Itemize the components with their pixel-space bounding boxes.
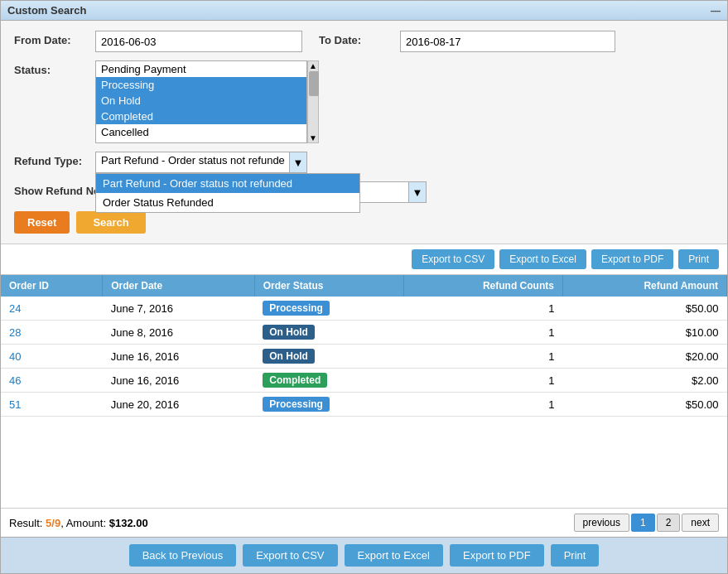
order-link: 46 xyxy=(9,374,21,387)
to-date-input[interactable] xyxy=(400,31,615,52)
status-option-cancelled[interactable]: Cancelled xyxy=(96,124,306,140)
status-badge: On Hold xyxy=(263,325,315,340)
status-badge: Processing xyxy=(263,397,330,412)
cell-refund-amount: $50.00 xyxy=(562,393,726,417)
cell-order-id[interactable]: 46 xyxy=(1,369,103,393)
next-button[interactable]: next xyxy=(682,514,719,532)
refund-type-group: Refund Type: Part Refund - Order status … xyxy=(14,152,307,173)
cell-order-date: June 20, 2016 xyxy=(103,393,254,417)
amount-value: $132.00 xyxy=(109,517,148,529)
reset-button[interactable]: Reset xyxy=(14,211,70,234)
order-link: 51 xyxy=(9,398,21,411)
cell-refund-amount: $10.00 xyxy=(562,321,726,345)
refund-type-label: Refund Type: xyxy=(14,152,89,167)
cell-order-date: June 7, 2016 xyxy=(103,297,254,321)
bottom-export-excel-button[interactable]: Export to Excel xyxy=(345,544,443,567)
cell-refund-amount: $20.00 xyxy=(562,345,726,369)
refund-option-part[interactable]: Part Refund - Order status not refunded xyxy=(96,174,359,193)
date-row: From Date: To Date: xyxy=(14,31,714,52)
cell-order-id[interactable]: 40 xyxy=(1,345,103,369)
status-option-pending[interactable]: Pending Payment xyxy=(96,61,306,77)
from-date-group: From Date: xyxy=(14,31,302,52)
table-row: 40 June 16, 2016 On Hold 1 $20.00 xyxy=(1,345,727,369)
cell-order-status: Processing xyxy=(254,297,403,321)
status-option-processing[interactable]: Processing xyxy=(96,77,306,93)
result-info: Result: 5/9, Amount: $132.00 xyxy=(9,517,148,529)
previous-button[interactable]: previous xyxy=(574,514,629,532)
bottom-export-pdf-button[interactable]: Export to PDF xyxy=(450,544,544,567)
status-badge: On Hold xyxy=(263,349,315,364)
refund-type-arrow[interactable]: ▼ xyxy=(289,152,307,173)
table-body: 24 June 7, 2016 Processing 1 $50.00 28 J… xyxy=(1,297,727,417)
search-button[interactable]: Search xyxy=(76,211,145,234)
order-link: 40 xyxy=(9,350,21,363)
form-section: From Date: To Date: Status: Pending Paym… xyxy=(1,21,727,244)
cell-order-id[interactable]: 24 xyxy=(1,297,103,321)
table-header-row: Order ID Order Date Order Status Refund … xyxy=(1,275,727,297)
table-row: 51 June 20, 2016 Processing 1 $50.00 xyxy=(1,393,727,417)
result-value: 5/9 xyxy=(46,517,60,529)
cell-refund-amount: $2.00 xyxy=(562,369,726,393)
cell-refund-counts: 1 xyxy=(404,297,563,321)
from-date-label: From Date: xyxy=(14,31,89,46)
refund-type-container: Part Refund - Order status not refunde ▼… xyxy=(95,152,307,173)
pagination: previous 1 2 next xyxy=(574,514,719,532)
refund-option-status[interactable]: Order Status Refunded xyxy=(96,193,359,212)
status-badge: Processing xyxy=(263,301,330,316)
status-badge: Completed xyxy=(263,373,327,388)
cell-refund-counts: 1 xyxy=(404,345,563,369)
col-refund-counts: Refund Counts xyxy=(404,275,563,297)
footer-bar: Result: 5/9, Amount: $132.00 previous 1 … xyxy=(1,508,727,537)
export-toolbar: Export to CSV Export to Excel Export to … xyxy=(1,244,727,275)
export-pdf-button[interactable]: Export to PDF xyxy=(591,249,673,269)
page-1-button[interactable]: 1 xyxy=(631,514,655,532)
amount-label: , Amount: xyxy=(60,517,109,529)
result-label: Result: xyxy=(9,517,46,529)
cell-order-date: June 16, 2016 xyxy=(103,369,254,393)
status-option-onhold[interactable]: On Hold xyxy=(96,93,306,109)
col-order-id: Order ID xyxy=(1,275,103,297)
cell-refund-counts: 1 xyxy=(404,393,563,417)
export-excel-button[interactable]: Export to Excel xyxy=(499,249,586,269)
cell-order-id[interactable]: 28 xyxy=(1,321,103,345)
col-order-status: Order Status xyxy=(254,275,403,297)
cell-order-status: Completed xyxy=(254,369,403,393)
to-date-label: To Date: xyxy=(319,31,393,46)
order-link: 24 xyxy=(9,302,21,315)
refund-row: Refund Type: Part Refund - Order status … xyxy=(14,152,714,173)
back-to-previous-button[interactable]: Back to Previous xyxy=(129,544,237,567)
cell-order-status: Processing xyxy=(254,393,403,417)
table-row: 24 June 7, 2016 Processing 1 $50.00 xyxy=(1,297,727,321)
orders-table: Order ID Order Date Order Status Refund … xyxy=(1,275,727,417)
table-row: 46 June 16, 2016 Completed 1 $2.00 xyxy=(1,369,727,393)
cell-order-id[interactable]: 51 xyxy=(1,393,103,417)
order-link: 28 xyxy=(9,326,21,339)
cell-refund-counts: 1 xyxy=(404,321,563,345)
status-scrollbar[interactable]: ▲ ▼ xyxy=(307,60,319,143)
print-button[interactable]: Print xyxy=(678,249,719,269)
status-label: Status: xyxy=(14,60,89,76)
table-row: 28 June 8, 2016 On Hold 1 $10.00 xyxy=(1,321,727,345)
col-refund-amount: Refund Amount xyxy=(562,275,726,297)
cell-order-status: On Hold xyxy=(254,321,403,345)
title-bar: Custom Search — xyxy=(1,1,727,21)
group-by-arrow[interactable]: ▼ xyxy=(408,181,427,203)
status-group: Status: Pending Payment Processing On Ho… xyxy=(14,60,319,143)
window-title: Custom Search xyxy=(7,4,86,17)
bottom-print-button[interactable]: Print xyxy=(551,544,600,567)
status-option-completed[interactable]: Completed xyxy=(96,109,306,124)
table-section: Order ID Order Date Order Status Refund … xyxy=(1,275,727,508)
status-option-refunded[interactable]: Refunded xyxy=(96,140,306,143)
main-window: Custom Search — From Date: To Date: Stat… xyxy=(0,0,728,574)
minimize-button[interactable]: — xyxy=(711,5,721,17)
cell-refund-amount: $50.00 xyxy=(562,297,726,321)
export-csv-button[interactable]: Export to CSV xyxy=(412,249,494,269)
bottom-export-csv-button[interactable]: Export to CSV xyxy=(243,544,337,567)
cell-order-date: June 16, 2016 xyxy=(103,345,254,369)
status-row: Status: Pending Payment Processing On Ho… xyxy=(14,60,714,143)
refund-type-display[interactable]: Part Refund - Order status not refunde xyxy=(95,152,307,173)
page-2-button[interactable]: 2 xyxy=(657,514,681,532)
bottom-bar: Back to Previous Export to CSV Export to… xyxy=(1,537,727,573)
from-date-input[interactable] xyxy=(95,31,302,52)
status-listbox[interactable]: Pending Payment Processing On Hold Compl… xyxy=(95,60,307,143)
